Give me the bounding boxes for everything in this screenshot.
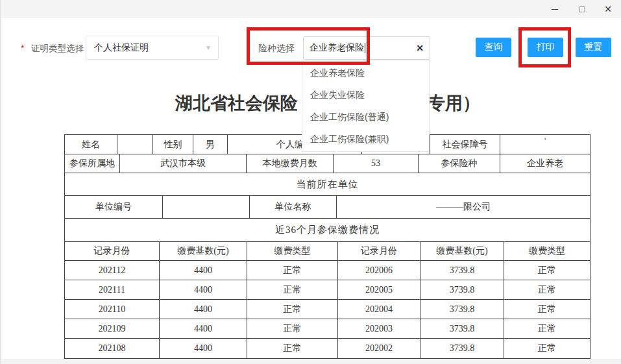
cell-type: 正常 [247, 300, 338, 319]
insurance-kind-value: 企业养老 [500, 154, 590, 173]
months-label: 本地缴费月数 [247, 154, 334, 173]
insurance-type-input-value: 企业养老保险 [310, 42, 364, 54]
gender-label: 性别 [153, 135, 193, 154]
cell-type: 正常 [504, 319, 590, 338]
unit-name-value: ———限公司 [337, 196, 590, 218]
cell-type: 正常 [504, 339, 590, 358]
cell-type: 正常 [504, 300, 590, 319]
cell-month: 202110 [65, 300, 160, 319]
cell-base: 3739.8 [420, 339, 504, 358]
table-row-enrollment: 参保所属地 武汉市本级 本地缴费月数 53 参保险种 企业养老 [65, 154, 590, 173]
current-unit-section-title: 当前所在单位 [65, 173, 590, 195]
cell-month: 202109 [65, 319, 160, 338]
dropdown-option-injury-parttime[interactable]: 企业工伤保险(兼职) [302, 128, 429, 150]
table-row: 202110 4400 正常 202004 3739.8 正常 [65, 300, 590, 319]
cell-base: 3739.8 [420, 300, 504, 319]
table-row: 202112 4400 正常 202006 3739.8 正常 [65, 261, 590, 280]
table-section-current-unit: 当前所在单位 [65, 173, 590, 196]
area-label: 参保所属地 [65, 154, 120, 173]
recent-payments-section-title: 近36个月参保缴费情况 [65, 219, 590, 241]
ssn-redaction-mark: ' [544, 135, 546, 146]
table-row: 202111 4400 正常 202005 3739.8 正常 [65, 280, 590, 300]
cell-type: 正常 [247, 319, 338, 338]
cell-base: 4400 [160, 280, 247, 299]
certificate-table: 姓名 性别 男 个人编号 社会保障号 ' 参保所属地 武汉市本级 本地缴费月数 … [64, 134, 591, 359]
required-asterisk: * [21, 43, 24, 53]
cell-type: 正常 [247, 261, 338, 280]
cell-type: 正常 [247, 280, 338, 299]
cell-type: 正常 [247, 339, 338, 358]
certificate-title-left: 湖北省社会保险 [175, 91, 298, 115]
table-row: 202108 4400 正常 202002 3739.8 正常 [65, 339, 590, 358]
ssn-label: 社会保障号 [430, 135, 500, 154]
header-type-left: 缴费类型 [247, 242, 338, 260]
unit-no-label: 单位编号 [65, 196, 163, 218]
text-caret [365, 43, 365, 53]
cell-month: 202111 [65, 280, 160, 299]
header-month-right: 记录月份 [338, 242, 420, 260]
cell-base: 4400 [160, 261, 247, 280]
cell-base: 4400 [160, 300, 247, 319]
cell-base: 3739.8 [420, 319, 504, 338]
close-icon[interactable]: ✕ [598, 0, 618, 18]
window-titlebar: ─ □ ✕ [1, 0, 621, 18]
insurance-kind-label: 参保险种 [419, 154, 500, 173]
cert-type-select[interactable]: 个人社保证明 ▼ [86, 36, 219, 60]
cell-type: 正常 [504, 280, 590, 299]
query-button[interactable]: 查询 [476, 38, 511, 57]
minimize-icon[interactable]: ─ [544, 0, 565, 18]
table-row: 202109 4400 正常 202003 3739.8 正常 [65, 319, 590, 339]
cell-type: 正常 [504, 261, 590, 280]
certificate-title-right: 专用） [428, 91, 480, 115]
unit-no-value [163, 196, 250, 218]
header-base-right: 缴费基数(元) [420, 242, 504, 260]
maximize-icon[interactable]: □ [572, 0, 592, 18]
gender-value: 男 [193, 135, 228, 154]
cell-month: 202112 [65, 261, 160, 280]
dropdown-option-unemployment[interactable]: 企业失业保险 [302, 84, 429, 106]
name-value [117, 135, 153, 154]
clear-icon[interactable]: ✕ [415, 43, 425, 53]
dropdown-option-injury-normal[interactable]: 企业工伤保险(普通) [302, 106, 429, 128]
cell-month: 202003 [338, 319, 420, 338]
name-label: 姓名 [65, 135, 117, 154]
cell-month: 202004 [338, 300, 420, 319]
print-button[interactable]: 打印 [528, 38, 563, 57]
cert-type-selected-value: 个人社保证明 [94, 42, 149, 54]
header-type-right: 缴费类型 [504, 242, 590, 260]
cell-base: 3739.8 [420, 261, 504, 280]
cell-month: 202006 [338, 261, 420, 280]
window-bottom-edge [1, 359, 621, 364]
cell-base: 4400 [160, 339, 247, 358]
months-value: 53 [334, 154, 419, 173]
area-value: 武汉市本级 [120, 154, 247, 173]
reset-button[interactable]: 重置 [576, 38, 611, 57]
insurance-dropdown-panel: 企业养老保险 企业失业保险 企业工伤保险(普通) 企业工伤保险(兼职) [302, 60, 430, 152]
insurance-type-input[interactable]: 企业养老保险 ✕ [303, 36, 430, 60]
cell-month: 202005 [338, 280, 420, 299]
cell-base: 4400 [160, 319, 247, 338]
table-section-recent-payments: 近36个月参保缴费情况 [65, 219, 590, 242]
cert-type-label: 证明类型选择 [31, 43, 84, 55]
table-row-unit: 单位编号 单位名称 ———限公司 [65, 196, 590, 219]
table-header-row: 记录月份 缴费基数(元) 缴费类型 记录月份 缴费基数(元) 缴费类型 [65, 242, 590, 261]
cell-month: 202108 [65, 339, 160, 358]
unit-name-label: 单位名称 [250, 196, 337, 218]
insurance-type-label: 险种选择 [258, 43, 295, 55]
cell-month: 202002 [338, 339, 420, 358]
chevron-down-icon: ▼ [205, 44, 212, 51]
dropdown-option-pension[interactable]: 企业养老保险 [302, 62, 429, 84]
ssn-value: ' [500, 135, 590, 154]
cell-base: 3739.8 [420, 280, 504, 299]
header-base-left: 缴费基数(元) [160, 242, 247, 260]
header-month-left: 记录月份 [65, 242, 160, 260]
